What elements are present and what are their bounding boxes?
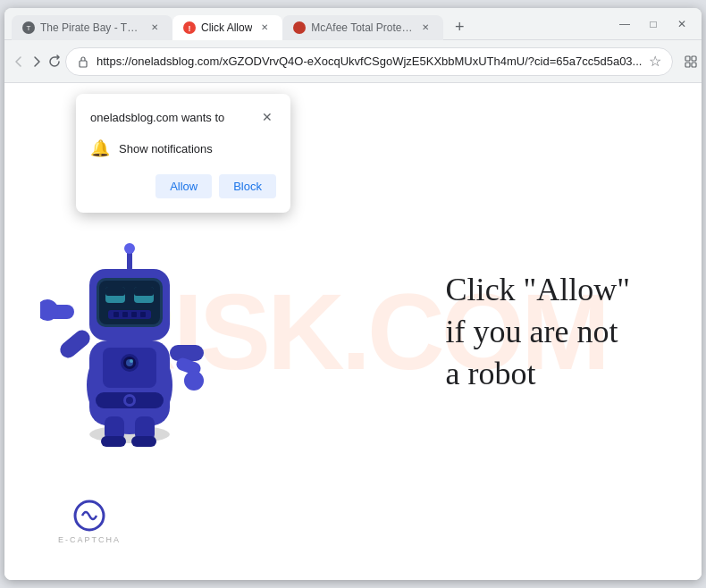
main-text-line1: Click "Allow" <box>446 269 630 311</box>
reload-icon <box>47 55 62 69</box>
main-text-line2: if you are not <box>446 311 630 353</box>
svg-rect-27 <box>105 287 125 296</box>
svg-rect-5 <box>685 56 690 61</box>
pirate-bay-favicon: T <box>22 21 35 34</box>
svg-rect-32 <box>131 312 137 317</box>
bookmark-icon: ☆ <box>649 53 661 70</box>
svg-point-49 <box>130 359 133 363</box>
svg-rect-44 <box>101 436 126 447</box>
svg-rect-4 <box>80 61 87 67</box>
popup-close-button[interactable]: ✕ <box>258 108 276 126</box>
security-lock-icon <box>77 55 89 68</box>
address-text: https://oneladsblog.com/xGZODVrvQ4O-eXoc… <box>97 55 642 68</box>
browser-window: T The Pirate Bay - The galaxy's m... ✕ !… <box>4 8 702 580</box>
svg-text:T: T <box>27 24 31 32</box>
svg-rect-45 <box>131 436 156 447</box>
popup-buttons: Allow Block <box>90 174 276 198</box>
forward-icon <box>29 55 44 69</box>
reload-button[interactable] <box>47 47 62 76</box>
bell-icon: 🔔 <box>90 139 110 158</box>
window-controls: — □ ✕ <box>612 12 694 37</box>
new-tab-button[interactable]: + <box>447 15 472 40</box>
address-bar[interactable]: https://oneladsblog.com/xGZODVrvQ4O-eXoc… <box>65 47 673 76</box>
mcafee-favicon <box>293 21 306 34</box>
ecaptcha-logo <box>73 500 105 532</box>
nav-right-buttons <box>677 47 702 76</box>
svg-rect-7 <box>685 63 690 67</box>
tab-pirate-bay-label: The Pirate Bay - The galaxy's m... <box>40 21 142 34</box>
tab-mcafee-label: McAfee Total Protection <box>311 21 413 34</box>
minimize-button[interactable]: — <box>612 12 637 37</box>
svg-point-35 <box>124 243 135 254</box>
title-bar: T The Pirate Bay - The galaxy's m... ✕ !… <box>4 8 702 40</box>
tab-click-allow[interactable]: ! Click Allow ✕ <box>172 15 282 40</box>
notification-permission-row: 🔔 Show notifications <box>90 135 276 162</box>
main-text-line3: a robot <box>446 352 630 394</box>
tab-click-allow-label: Click Allow <box>201 21 252 34</box>
maximize-button[interactable]: □ <box>641 12 666 37</box>
svg-text:!: ! <box>189 23 191 32</box>
extensions-button[interactable] <box>677 47 702 76</box>
permission-label: Show notifications <box>119 142 213 155</box>
tab-mcafee[interactable]: McAfee Total Protection ✕ <box>282 15 443 40</box>
svg-rect-31 <box>122 312 128 317</box>
ecaptcha-label: E-CAPTCHA <box>58 535 121 544</box>
svg-rect-34 <box>127 251 132 271</box>
tab-click-allow-close[interactable]: ✕ <box>257 21 272 35</box>
svg-point-18 <box>126 397 133 404</box>
click-allow-favicon: ! <box>183 21 196 34</box>
notification-popup: oneladsblog.com wants to ✕ 🔔 Show notifi… <box>76 94 290 213</box>
back-icon <box>12 55 26 69</box>
svg-rect-36 <box>57 327 94 361</box>
webpage: oneladsblog.com wants to ✕ 🔔 Show notifi… <box>4 83 702 580</box>
svg-rect-28 <box>134 287 154 296</box>
svg-rect-8 <box>692 63 696 67</box>
popup-title: oneladsblog.com wants to <box>90 111 224 124</box>
puzzle-icon <box>684 55 698 69</box>
nav-bar: https://oneladsblog.com/xGZODVrvQ4O-eXoc… <box>4 40 702 83</box>
allow-button[interactable]: Allow <box>155 174 212 198</box>
tab-mcafee-close[interactable]: ✕ <box>418 21 433 35</box>
svg-point-41 <box>184 371 204 391</box>
robot-illustration <box>40 197 255 466</box>
svg-rect-39 <box>170 345 204 361</box>
tab-pirate-bay-close[interactable]: ✕ <box>147 21 162 35</box>
svg-rect-6 <box>692 56 696 61</box>
popup-header: oneladsblog.com wants to ✕ <box>90 108 276 126</box>
svg-rect-33 <box>140 312 146 317</box>
back-button[interactable] <box>12 47 26 76</box>
forward-button[interactable] <box>29 47 44 76</box>
svg-rect-30 <box>113 312 119 317</box>
tab-pirate-bay[interactable]: T The Pirate Bay - The galaxy's m... ✕ <box>12 15 172 40</box>
main-text: Click "Allow" if you are not a robot <box>446 269 630 394</box>
robot-svg <box>40 197 219 448</box>
ecaptcha-branding: E-CAPTCHA <box>58 500 121 544</box>
close-button[interactable]: ✕ <box>669 12 694 37</box>
tab-bar: T The Pirate Bay - The galaxy's m... ✕ !… <box>12 8 605 40</box>
block-button[interactable]: Block <box>219 174 276 198</box>
